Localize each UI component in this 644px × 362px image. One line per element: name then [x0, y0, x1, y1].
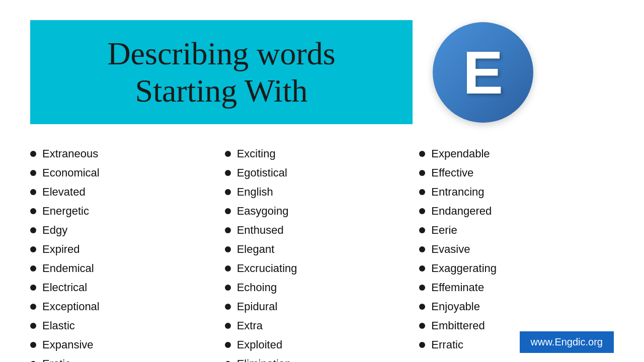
logo-letter: E [463, 42, 503, 103]
bullet-icon [225, 285, 231, 291]
word-text: Endangered [431, 205, 492, 218]
bullet-icon [419, 227, 425, 233]
word-text: Erratic [431, 338, 463, 351]
word-text: Easygoing [237, 205, 289, 218]
bullet-icon [225, 265, 231, 272]
word-column-1: ExtraneousEconomicalElevatedEnergeticEdg… [30, 144, 225, 362]
word-text: Elastic [42, 319, 75, 332]
list-item: Elimination [225, 354, 420, 362]
word-text: Evasive [431, 243, 470, 256]
word-text: Erotic [42, 357, 70, 362]
list-item: Energetic [30, 202, 225, 221]
title-box: Describing words Starting With [30, 20, 413, 124]
word-text: Echoing [237, 281, 277, 294]
list-item: Epidural [225, 297, 420, 316]
word-text: Enthused [237, 224, 284, 237]
bullet-icon [30, 227, 36, 233]
bullet-icon [419, 265, 425, 272]
bullet-icon [30, 170, 36, 176]
word-text: Excruciating [237, 262, 297, 275]
list-item: Expendable [419, 144, 614, 163]
bullet-icon [419, 285, 425, 291]
word-text: Expired [42, 243, 80, 256]
word-text: Electrical [42, 281, 87, 294]
bullet-icon [419, 189, 425, 195]
bullet-icon [30, 189, 36, 195]
word-text: Entrancing [431, 186, 484, 199]
list-item: Eerie [419, 221, 614, 240]
list-item: Endangered [419, 202, 614, 221]
list-item: Evasive [419, 240, 614, 259]
title-line2: Starting With [135, 73, 308, 109]
bullet-icon [225, 227, 231, 233]
list-item: Elegant [225, 240, 420, 259]
list-item: Egotistical [225, 163, 420, 183]
footer: www.Engdic.org [520, 331, 614, 353]
list-item: Edgy [30, 221, 225, 240]
title-line1: Describing words [107, 36, 335, 71]
list-item: Endemical [30, 259, 225, 278]
list-item: Exciting [225, 144, 420, 163]
list-item: Echoing [225, 278, 420, 297]
list-item: Elevated [30, 183, 225, 202]
bullet-icon [30, 151, 36, 157]
list-item: Exploited [225, 335, 420, 354]
list-item: Effective [419, 163, 614, 183]
word-text: Enjoyable [431, 300, 480, 313]
list-item: Elastic [30, 316, 225, 335]
bullet-icon [30, 342, 36, 348]
bullet-icon [225, 323, 231, 329]
list-item: Effeminate [419, 278, 614, 297]
bullet-icon [419, 246, 425, 252]
title-text: Describing words Starting With [107, 35, 335, 109]
list-item: Entrancing [419, 183, 614, 202]
list-item: Electrical [30, 278, 225, 297]
word-text: Embittered [431, 319, 485, 332]
word-text: Economical [42, 166, 100, 179]
bullet-icon [225, 246, 231, 252]
list-item: Expired [30, 240, 225, 259]
word-text: Elimination [237, 357, 291, 362]
bullet-icon [30, 246, 36, 252]
list-item: English [225, 183, 420, 202]
word-text: Elevated [42, 186, 86, 199]
list-item: Enjoyable [419, 297, 614, 316]
bullet-icon [419, 208, 425, 214]
word-text: Exploited [237, 338, 283, 351]
bullet-icon [30, 285, 36, 291]
list-item: Excruciating [225, 259, 420, 278]
list-item: Extra [225, 316, 420, 335]
word-text: Exceptional [42, 300, 100, 313]
word-text: Exaggerating [431, 262, 497, 275]
word-text: Endemical [42, 262, 94, 275]
bullet-icon [225, 189, 231, 195]
word-text: Exciting [237, 147, 276, 160]
word-text: Edgy [42, 224, 67, 237]
bullet-icon [30, 208, 36, 214]
logo-circle: E [433, 22, 533, 123]
bullet-icon [30, 323, 36, 329]
word-text: Eerie [431, 224, 457, 237]
bullet-icon [225, 342, 231, 348]
bullet-icon [419, 170, 425, 176]
list-item: Exceptional [30, 297, 225, 316]
word-text: Egotistical [237, 166, 287, 179]
word-column-3: ExpendableEffectiveEntrancingEndangeredE… [419, 144, 614, 362]
word-text: Effeminate [431, 281, 484, 294]
bullet-icon [225, 170, 231, 176]
list-item: Exaggerating [419, 259, 614, 278]
word-text: Extraneous [42, 147, 98, 160]
word-text: Epidural [237, 300, 278, 313]
bullet-icon [419, 323, 425, 329]
bullet-icon [419, 342, 425, 348]
list-item: Economical [30, 163, 225, 183]
bullet-icon [419, 304, 425, 310]
word-text: Energetic [42, 205, 89, 218]
word-text: Expansive [42, 338, 94, 351]
bullet-icon [225, 151, 231, 157]
word-text: English [237, 186, 273, 199]
bullet-icon [225, 208, 231, 214]
list-item: Extraneous [30, 144, 225, 163]
bullet-icon [30, 304, 36, 310]
words-section: ExtraneousEconomicalElevatedEnergeticEdg… [0, 139, 644, 362]
